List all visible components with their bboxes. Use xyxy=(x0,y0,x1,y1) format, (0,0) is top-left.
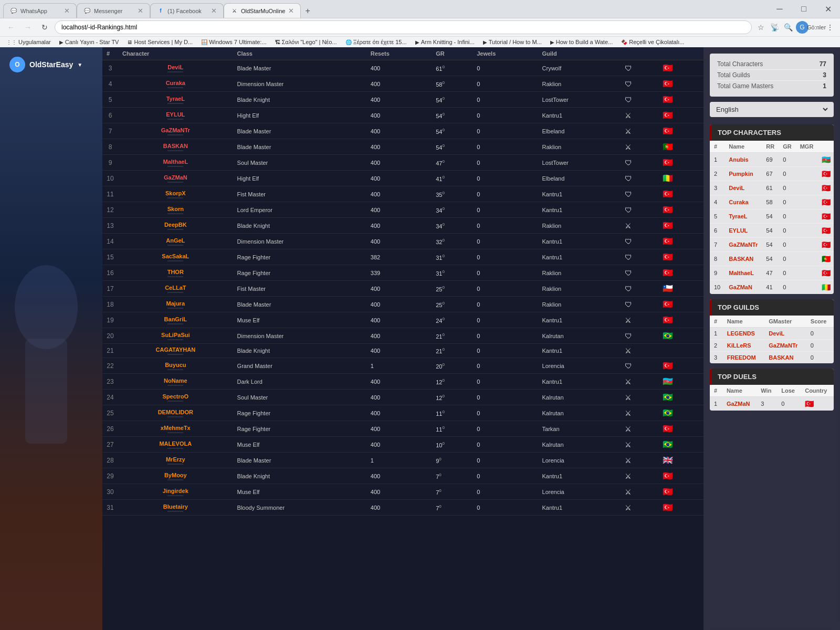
forward-button[interactable]: → xyxy=(21,20,35,34)
top-duels-header-row: # Name Win Lose Country xyxy=(710,385,834,397)
rank-cell: 29 xyxy=(102,468,118,484)
name-underline xyxy=(167,87,183,88)
top-duels-table: # Name Win Lose Country 1 GaZMaN 3 0 🇹🇷 xyxy=(710,385,834,411)
bookmark-windows[interactable]: 🪟 Windows 7 Ultimate:... xyxy=(199,38,268,46)
tab-oldstarmu[interactable]: ⚔ OldStarMuOnline ✕ xyxy=(224,3,301,18)
stat-gm-value: 1 xyxy=(823,82,826,90)
guild-icon-cell: 🛡 xyxy=(621,92,658,108)
back-button[interactable]: ← xyxy=(4,20,18,34)
table-row: 13 DeepBK Blade Knight 400 340 0 Raklion… xyxy=(102,218,704,234)
jewels-cell: 0 xyxy=(472,390,538,405)
bookmark-apps[interactable]: ⋮⋮ Uygulamalar xyxy=(4,38,53,46)
brand-arrow-icon[interactable]: ▼ xyxy=(77,62,82,68)
resets-cell: 400 xyxy=(366,123,432,139)
guild-cell: Kantru1 xyxy=(538,312,621,328)
gr-cell: 70 xyxy=(432,468,472,484)
class-cell: Rage Fighter xyxy=(233,405,366,421)
rank-cell: 13 xyxy=(102,218,118,234)
guild-cell: LostTower xyxy=(538,92,621,108)
bookmark-canli[interactable]: ▶ Canlı Yayın - Star TV xyxy=(57,38,121,46)
top-duels-tbody: 1 GaZMaN 3 0 🇹🇷 xyxy=(710,397,834,411)
guild-icon-cell: ⚔ xyxy=(621,484,658,500)
guild-icon-cell: 🛡 xyxy=(621,249,658,265)
oldstarmu-favicon: ⚔ xyxy=(230,7,238,15)
table-row: 31 Bluetairy Bloody Summoner 400 70 0 Ka… xyxy=(102,500,704,516)
guild-icon-cell: ⚔ xyxy=(621,421,658,437)
tc-mgr xyxy=(796,238,818,252)
jewels-cell: 0 xyxy=(472,171,538,186)
language-selector-wrapper[interactable]: English Turkish Portuguese Russian xyxy=(710,102,834,117)
col-resets: Resets xyxy=(366,47,432,60)
recelli-favicon: 🍫 xyxy=(621,39,627,45)
reload-button[interactable]: ↻ xyxy=(38,20,51,34)
name-underline xyxy=(167,354,183,355)
tg-col-score: Score xyxy=(806,316,834,328)
tc-gr: 0 xyxy=(779,238,796,252)
tab-facebook[interactable]: f (1) Facebook ✕ xyxy=(150,3,224,18)
gr-cell: 200 xyxy=(432,358,472,374)
player-name: CeLLaT xyxy=(165,285,186,291)
guild-icon-cell: ⚔ xyxy=(621,405,658,421)
jewels-cell: 0 xyxy=(472,453,538,468)
guild-cell: Elbeland xyxy=(538,171,621,186)
table-row: 9 MalthaeL Soul Master 400 470 0 LostTow… xyxy=(102,155,704,171)
name-cell: SuLiPaSui xyxy=(118,328,233,344)
class-cell: Soul Master xyxy=(233,155,366,171)
tc-rr: 61 xyxy=(762,181,779,195)
player-name: BanGriL xyxy=(164,316,187,322)
address-input[interactable] xyxy=(55,20,752,34)
menu-button[interactable]: ⋮ xyxy=(824,22,836,33)
language-select[interactable]: English Turkish Portuguese Russian xyxy=(714,105,830,114)
tc-gr: 0 xyxy=(779,181,796,195)
bookmark-star-icon[interactable]: ☆ xyxy=(755,22,766,33)
tc-gr: 0 xyxy=(779,153,796,167)
player-name: DeepBK xyxy=(164,222,187,228)
tab-messenger-close[interactable]: ✕ xyxy=(138,7,143,15)
top-char-row: 7 GaZMaNTr 54 0 🇹🇷 xyxy=(710,238,834,252)
tc-gr: 0 xyxy=(779,195,796,209)
cast-icon[interactable]: 📡 xyxy=(769,22,780,33)
host-favicon: 🖥 xyxy=(127,39,132,45)
tab-facebook-close[interactable]: ✕ xyxy=(211,7,217,15)
bookmark-salon[interactable]: 🏗 Σαλόνι "Lego" | Νέο... xyxy=(273,38,339,46)
rank-cell: 19 xyxy=(102,312,118,328)
player-name: SpectroO xyxy=(163,393,189,400)
bookmark-arm[interactable]: ▶ Arm Knitting - Infini... xyxy=(413,38,477,46)
minimize-button[interactable]: ─ xyxy=(768,1,792,17)
guild-cell: Lorencia xyxy=(538,484,621,500)
close-button[interactable]: ✕ xyxy=(816,1,840,17)
tab-whatsapp-close[interactable]: ✕ xyxy=(64,7,70,15)
resets-cell: 400 xyxy=(366,139,432,155)
name-underline xyxy=(167,448,183,449)
gr-cell: 540 xyxy=(432,92,472,108)
resets-cell: 400 xyxy=(366,312,432,328)
resets-cell: 339 xyxy=(366,265,432,281)
rank-cell: 22 xyxy=(102,358,118,374)
guild-icon-cell: ⚔ xyxy=(621,468,658,484)
guild-cell: Lorencia xyxy=(538,358,621,374)
bookmark-howto[interactable]: ▶ How to Build a Wate... xyxy=(548,38,615,46)
bookmark-xerate[interactable]: 🌐 Ξέρατε ότι έχετε 15... xyxy=(343,38,409,46)
gr-cell: 540 xyxy=(432,108,472,123)
tc-name: DeviL xyxy=(724,181,762,195)
resets-cell: 400 xyxy=(366,234,432,249)
jewels-cell: 0 xyxy=(472,265,538,281)
tc-flag: 🇹🇷 xyxy=(817,195,834,209)
name-underline xyxy=(167,245,183,246)
bookmark-tutorial[interactable]: ▶ Tutorial / How to M... xyxy=(481,38,544,46)
tab-oldstarmu-close[interactable]: ✕ xyxy=(288,7,294,15)
zoom-icon[interactable]: 🔍 xyxy=(782,22,794,33)
top-guilds-section: TOP GUILDS # Name GMaster Score 1 LEGEND… xyxy=(710,299,834,363)
tab-whatsapp[interactable]: 💬 WhatsApp ✕ xyxy=(3,3,77,18)
guild-cell: Raklion xyxy=(538,76,621,92)
jewels-cell: 0 xyxy=(472,344,538,358)
jewels-cell: 0 xyxy=(472,421,538,437)
bookmark-host[interactable]: 🖥 Host Services | My D... xyxy=(125,38,195,46)
bookmark-recelli[interactable]: 🍫 Reçelli ve Çikolatalı... xyxy=(619,38,686,46)
flag-cell: 🇧🇷 xyxy=(658,405,704,421)
new-tab-button[interactable]: + xyxy=(301,4,314,18)
guild-cell: Elbeland xyxy=(538,123,621,139)
tab-messenger[interactable]: 💬 Messenger ✕ xyxy=(77,3,150,18)
maximize-button[interactable]: □ xyxy=(792,1,816,17)
top-guilds-table: # Name GMaster Score 1 LEGENDS DeviL 0 2… xyxy=(710,316,834,363)
